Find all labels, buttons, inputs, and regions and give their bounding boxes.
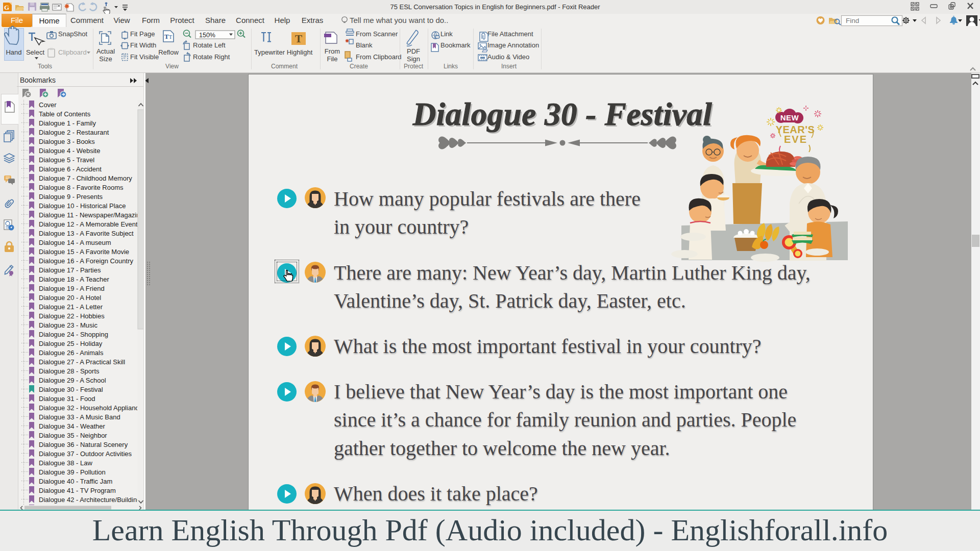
svg-text:T: T: [169, 34, 172, 40]
svg-text:NEW: NEW: [780, 113, 799, 122]
svg-text:G: G: [4, 4, 9, 11]
svg-text:150%: 150%: [199, 32, 215, 39]
svg-text:EVE: EVE: [784, 134, 807, 145]
svg-text:T: T: [295, 33, 302, 45]
svg-text:Find: Find: [846, 17, 859, 24]
svg-text:T: T: [164, 33, 169, 40]
